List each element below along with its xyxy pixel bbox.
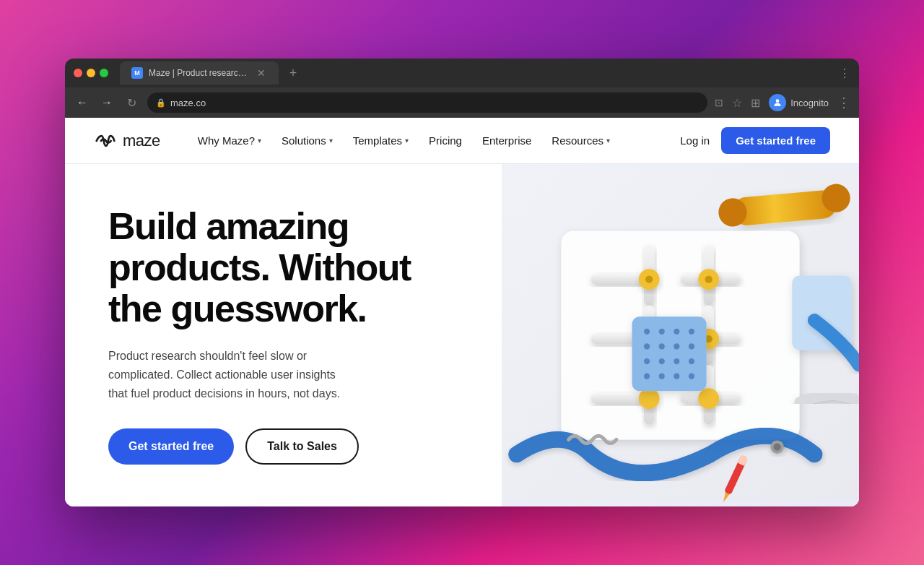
hero-illustration	[502, 164, 859, 506]
svg-point-22	[705, 276, 712, 283]
nav-actions: Log in Get started free	[680, 127, 830, 154]
profile-name: Incognito	[790, 98, 829, 108]
nav-links: Why Maze? ▾ Solutions ▾ Templates ▾ Pric…	[189, 129, 680, 152]
close-button[interactable]	[74, 69, 82, 77]
chevron-down-icon: ▾	[258, 137, 261, 145]
page-content: maze Why Maze? ▾ Solutions ▾ Templates ▾…	[65, 118, 859, 506]
hero-subtext: Product research shouldn't feel slow or …	[108, 347, 354, 402]
new-tab-button[interactable]: +	[284, 64, 302, 82]
chevron-down-icon: ▾	[405, 137, 409, 145]
svg-point-34	[644, 358, 650, 364]
chevron-down-icon: ▾	[329, 137, 333, 145]
more-options-icon[interactable]: ⋮	[837, 95, 850, 111]
nav-link-why-maze[interactable]: Why Maze? ▾	[189, 129, 270, 152]
svg-point-27	[659, 329, 665, 335]
svg-point-26	[644, 329, 650, 335]
hero-buttons: Get started free Talk to Sales	[108, 428, 473, 465]
svg-point-41	[689, 374, 694, 379]
nav-link-solutions[interactable]: Solutions ▾	[273, 129, 341, 152]
lock-icon: 🔒	[156, 98, 166, 108]
svg-point-31	[659, 343, 665, 349]
profile-area[interactable]: Incognito	[769, 94, 829, 111]
hero-headline: Build amazing products. Without the gues…	[108, 206, 473, 330]
svg-point-19	[639, 388, 660, 409]
tab-title: Maze | Product research platfo...	[149, 68, 250, 78]
svg-point-21	[645, 276, 653, 283]
traffic-lights	[74, 69, 108, 77]
window-controls: ⋮	[839, 66, 850, 80]
hero-content: Build amazing products. Without the gues…	[65, 164, 502, 506]
svg-point-40	[674, 374, 679, 379]
svg-point-0	[776, 99, 780, 103]
nav-link-label: Pricing	[429, 134, 462, 147]
svg-point-30	[644, 343, 650, 349]
back-button[interactable]: ←	[74, 94, 91, 111]
bookmark-icon[interactable]: ☆	[732, 96, 742, 110]
addressbar-controls: ⊡ ☆ ⊞ Incognito ⋮	[715, 94, 850, 111]
svg-point-33	[689, 343, 694, 349]
addressbar: ← → ↻ 🔒 maze.co ⊡ ☆ ⊞ Incognito ⋮	[65, 87, 859, 118]
hero-section: Build amazing products. Without the gues…	[65, 164, 859, 506]
login-button[interactable]: Log in	[680, 134, 710, 147]
nav-link-label: Resources	[552, 134, 603, 147]
hero-cta-secondary[interactable]: Talk to Sales	[245, 428, 359, 465]
nav-link-label: Why Maze?	[198, 134, 255, 147]
illustration-svg	[502, 164, 859, 506]
nav-link-resources[interactable]: Resources ▾	[543, 129, 619, 152]
nav-link-label: Enterprise	[482, 134, 531, 147]
reload-button[interactable]: ↻	[123, 94, 140, 111]
nav-link-label: Templates	[353, 134, 402, 147]
forward-button[interactable]: →	[98, 94, 116, 111]
nav-link-enterprise[interactable]: Enterprise	[474, 129, 540, 152]
browser-window: M Maze | Product research platfo... ✕ + …	[65, 59, 859, 506]
svg-point-35	[659, 358, 665, 364]
tab-layout-icon[interactable]: ⊞	[751, 96, 760, 110]
tab-favicon: M	[131, 67, 143, 79]
svg-point-29	[689, 329, 694, 335]
tab-close-button[interactable]: ✕	[256, 67, 267, 79]
svg-point-28	[674, 329, 679, 335]
nav-link-label: Solutions	[282, 134, 326, 147]
nav-cta-button[interactable]: Get started free	[721, 127, 830, 154]
logo-text: maze	[123, 131, 160, 150]
svg-point-20	[698, 388, 719, 409]
hero-3d-illustration	[502, 164, 859, 506]
maze-logo-icon	[94, 134, 117, 148]
svg-point-39	[659, 374, 665, 379]
nav-link-templates[interactable]: Templates ▾	[344, 129, 417, 152]
tab-bar: M Maze | Product research platfo... ✕ +	[120, 61, 833, 85]
svg-rect-25	[632, 316, 706, 391]
nav-link-pricing[interactable]: Pricing	[420, 129, 471, 152]
chevron-down-icon: ▾	[606, 137, 610, 145]
minimize-button[interactable]	[87, 69, 95, 77]
svg-point-50	[773, 444, 780, 451]
svg-point-38	[644, 374, 650, 379]
titlebar: M Maze | Product research platfo... ✕ + …	[65, 59, 859, 87]
svg-point-36	[674, 358, 679, 364]
active-tab[interactable]: M Maze | Product research platfo... ✕	[120, 61, 279, 85]
hero-cta-primary[interactable]: Get started free	[108, 428, 234, 465]
url-bar[interactable]: 🔒 maze.co	[147, 92, 707, 113]
svg-point-32	[674, 343, 679, 349]
url-text: maze.co	[170, 98, 206, 108]
cast-icon: ⊡	[715, 97, 723, 108]
nav-logo[interactable]: maze	[94, 131, 160, 150]
maximize-button[interactable]	[100, 69, 108, 77]
svg-point-37	[689, 358, 694, 364]
profile-avatar	[769, 94, 786, 111]
main-nav: maze Why Maze? ▾ Solutions ▾ Templates ▾…	[65, 118, 859, 164]
